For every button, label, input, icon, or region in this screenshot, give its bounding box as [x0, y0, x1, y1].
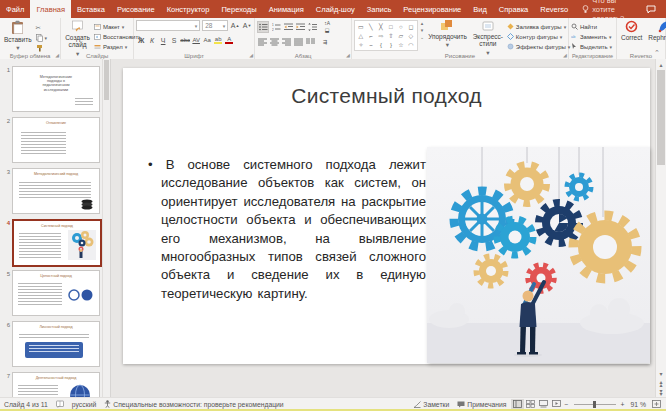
- thumbnail-item-2[interactable]: 2 Оглавление: [2, 117, 106, 163]
- increase-font-button[interactable]: А▲: [230, 21, 240, 31]
- shape-glyph[interactable]: ◻: [406, 22, 416, 31]
- scroll-down-arrow[interactable]: ▾: [656, 370, 666, 379]
- align-text-button[interactable]: ⬓: [322, 27, 332, 33]
- shape-effects-button[interactable]: Эффекты фигуры▾: [507, 42, 571, 51]
- tab-transitions[interactable]: Переходы: [215, 0, 262, 18]
- character-spacing-button[interactable]: AV: [191, 35, 201, 45]
- decrease-indent-button[interactable]: [283, 22, 293, 32]
- slideshow-view-button[interactable]: [550, 399, 563, 410]
- shape-glyph[interactable]: ○: [396, 22, 406, 31]
- tab-reverso[interactable]: Reverso: [534, 0, 574, 18]
- cut-button[interactable]: ✂: [36, 23, 48, 32]
- clipboard-dialog-launcher[interactable]: ◢: [55, 52, 59, 58]
- tab-help[interactable]: Справка: [493, 0, 534, 18]
- font-dialog-launcher[interactable]: ◢: [249, 52, 253, 58]
- zoom-slider[interactable]: [574, 404, 616, 405]
- tab-design[interactable]: Конструктор: [161, 0, 216, 18]
- slide-thumbnail[interactable]: Личностный подход: [12, 321, 100, 367]
- shape-fill-button[interactable]: Заливка фигуры▾: [507, 22, 571, 31]
- current-slide[interactable]: Системный подход • В основе системного п…: [123, 68, 650, 364]
- shape-glyph[interactable]: □: [386, 22, 396, 31]
- thumbnail-item-1[interactable]: 1 Методологические подходы в педагогичес…: [2, 66, 106, 112]
- comments-bubble-icon[interactable]: [646, 0, 656, 18]
- italic-button[interactable]: К: [147, 35, 157, 45]
- zoom-in-button[interactable]: +: [619, 401, 627, 408]
- tab-slideshow[interactable]: Слайд-шоу: [310, 0, 361, 18]
- shape-glyph[interactable]: ⌐: [366, 31, 376, 40]
- slide-thumbnail[interactable]: Целостный подход: [12, 270, 100, 316]
- slide-thumbnail[interactable]: Методологический подход: [12, 168, 100, 214]
- collapse-ribbon-chevron[interactable]: ⌃: [654, 49, 660, 57]
- font-name-combobox[interactable]: ▾: [136, 20, 200, 31]
- align-left-button[interactable]: [257, 37, 267, 47]
- line-spacing-button[interactable]: [307, 22, 317, 32]
- thumbnail-item-3[interactable]: 3 Методологический подход: [2, 168, 106, 214]
- slide-thumbnail[interactable]: Методологические подходы в педагогическо…: [12, 66, 100, 112]
- scrollbar-thumb[interactable]: [657, 70, 665, 165]
- change-case-button[interactable]: Aa: [202, 35, 212, 45]
- tab-file[interactable]: Файл: [0, 0, 30, 18]
- fit-to-window-button[interactable]: [650, 399, 663, 410]
- font-size-combobox[interactable]: 28▾: [202, 20, 228, 31]
- shape-glyph[interactable]: {: [376, 40, 386, 49]
- paste-button[interactable]: Вставить▾: [2, 20, 34, 52]
- columns-button[interactable]: [305, 37, 315, 47]
- quick-styles-button[interactable]: Экспресс-стили▾: [471, 20, 505, 56]
- next-slide-button[interactable]: ▾▾: [656, 388, 666, 397]
- bullets-button[interactable]: [257, 21, 269, 33]
- scroll-up-arrow[interactable]: ▴: [656, 59, 666, 69]
- find-button[interactable]: Найти: [571, 22, 612, 31]
- shape-glyph[interactable]: △: [356, 31, 366, 40]
- slide-thumbnail-selected[interactable]: Системный подход: [12, 219, 102, 267]
- spell-check-icon[interactable]: [52, 400, 68, 408]
- copy-button[interactable]: ▾: [36, 33, 48, 42]
- shapes-scroll-down[interactable]: ▾: [421, 27, 424, 33]
- zoom-level[interactable]: 91 %: [627, 401, 651, 408]
- shape-glyph[interactable]: ◇: [406, 31, 416, 40]
- slide-sorter-view-button[interactable]: [524, 399, 537, 410]
- shape-glyph[interactable]: ◠: [406, 40, 416, 49]
- thumbnail-item-7[interactable]: 7 Деятельностный подход: [2, 372, 106, 397]
- increase-indent-button[interactable]: [295, 22, 305, 32]
- shape-glyph[interactable]: ⇧: [386, 31, 396, 40]
- slide-thumbnail[interactable]: Оглавление: [12, 117, 100, 163]
- normal-view-button[interactable]: [511, 399, 524, 410]
- shapes-gallery[interactable]: ▭╲╳□○◻ △⌐⇨⇧▱◇ ✧~{}☆◠: [354, 20, 418, 51]
- arrange-button[interactable]: Упорядочить▾: [426, 20, 469, 49]
- comments-toggle[interactable]: Примечания: [453, 401, 510, 408]
- shape-glyph[interactable]: }: [386, 40, 396, 49]
- zoom-slider-thumb[interactable]: [593, 401, 596, 408]
- justify-button[interactable]: [293, 37, 303, 47]
- shapes-scroll-up[interactable]: ▴: [421, 20, 424, 26]
- thumbnail-item-5[interactable]: 5 Целостный подход: [2, 270, 106, 316]
- shape-glyph[interactable]: ~: [366, 40, 376, 49]
- align-center-button[interactable]: [269, 37, 279, 47]
- slide-thumbnail[interactable]: Деятельностный подход: [12, 372, 100, 397]
- reading-view-button[interactable]: [537, 399, 550, 410]
- align-right-button[interactable]: [281, 37, 291, 47]
- shape-glyph[interactable]: ╳: [376, 22, 386, 31]
- reverso-rephraser-button[interactable]: Rephraser: [646, 20, 666, 41]
- accessibility-status[interactable]: Специальные возможности: проверьте реком…: [100, 400, 287, 408]
- tab-view[interactable]: Вид: [467, 0, 493, 18]
- thumbnail-item-6[interactable]: 6 Личностный подход: [2, 321, 106, 367]
- shape-outline-button[interactable]: Контур фигуры▾: [507, 32, 571, 41]
- shape-glyph[interactable]: ⇨: [376, 31, 386, 40]
- thumbnail-scrollbar[interactable]: [102, 59, 110, 397]
- strikethrough-button[interactable]: abc: [180, 35, 190, 45]
- previous-slide-button[interactable]: ▴▴: [656, 379, 666, 388]
- numbering-button[interactable]: 12: [271, 22, 281, 32]
- shape-glyph[interactable]: ☆: [396, 40, 406, 49]
- drawing-dialog-launcher[interactable]: ◢: [563, 52, 567, 58]
- shape-glyph[interactable]: ▭: [356, 22, 366, 31]
- slide-thumbnail-panel[interactable]: 1 Методологические подходы в педагогичес…: [0, 59, 111, 397]
- zoom-out-button[interactable]: −: [563, 401, 571, 408]
- text-shadow-button[interactable]: S: [169, 35, 179, 45]
- vertical-scrollbar[interactable]: ▴ ▾ ▴▴ ▾▾: [655, 59, 666, 397]
- shape-glyph[interactable]: ╲: [366, 22, 376, 31]
- smartart-convert-button[interactable]: ⇶: [320, 37, 330, 47]
- select-button[interactable]: Выделить▾: [571, 42, 612, 51]
- slide-body-text[interactable]: • В основе системного подхода лежит иссл…: [148, 156, 426, 303]
- underline-button[interactable]: Ч: [158, 35, 168, 45]
- tab-record[interactable]: Запись: [361, 0, 398, 18]
